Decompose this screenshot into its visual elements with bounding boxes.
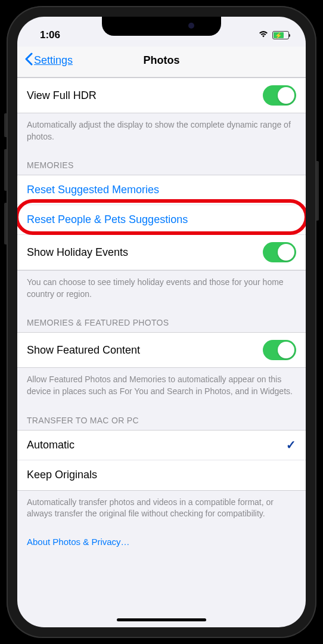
view-full-hdr-toggle[interactable]	[263, 85, 296, 106]
reset-suggested-memories-label: Reset Suggested Memories	[27, 184, 159, 196]
transfer-footer: Automatically transfer photos and videos…	[17, 491, 306, 524]
battery-icon: ⚡	[272, 31, 289, 39]
transfer-automatic-cell[interactable]: Automatic ✓	[17, 431, 306, 460]
hdr-group: View Full HDR	[17, 78, 306, 113]
reset-people-pets-label: Reset People & Pets Suggestions	[27, 213, 188, 226]
screen: 1:06 ⚡ Settings Photos	[17, 17, 306, 627]
featured-group: Show Featured Content	[17, 332, 306, 368]
show-holiday-events-toggle[interactable]	[263, 242, 296, 262]
reset-suggested-memories-cell[interactable]: Reset Suggested Memories	[17, 175, 306, 205]
transfer-header: TRANSFER TO MAC OR PC	[17, 401, 306, 430]
chevron-left-icon	[24, 52, 33, 69]
checkmark-icon: ✓	[286, 438, 296, 452]
view-full-hdr-label: View Full HDR	[27, 89, 97, 102]
phone-volume-down	[4, 203, 7, 244]
transfer-group: Automatic ✓ Keep Originals	[17, 430, 306, 491]
show-holiday-events-label: Show Holiday Events	[27, 246, 128, 259]
memories-group: Reset Suggested Memories Reset People & …	[17, 175, 306, 271]
show-holiday-events-cell[interactable]: Show Holiday Events	[17, 235, 306, 270]
memories-header: MEMORIES	[17, 146, 306, 175]
phone-power-button	[316, 161, 319, 221]
view-full-hdr-cell[interactable]: View Full HDR	[17, 78, 306, 113]
front-camera	[188, 23, 194, 29]
show-featured-content-cell[interactable]: Show Featured Content	[17, 333, 306, 367]
phone-frame: 1:06 ⚡ Settings Photos	[7, 6, 316, 638]
notch	[102, 17, 221, 36]
phone-mute-switch	[4, 113, 7, 137]
about-photos-privacy-link[interactable]: About Photos & Privacy…	[17, 524, 306, 556]
home-indicator[interactable]	[117, 618, 206, 621]
phone-volume-up	[4, 149, 7, 191]
wifi-icon	[258, 29, 269, 41]
page-title: Photos	[144, 54, 180, 67]
charging-bolt-icon: ⚡	[275, 32, 282, 39]
transfer-automatic-label: Automatic	[27, 439, 74, 451]
transfer-keep-originals-cell[interactable]: Keep Originals	[17, 460, 306, 490]
back-label: Settings	[34, 54, 73, 67]
show-featured-content-toggle[interactable]	[263, 340, 296, 360]
navigation-bar: Settings Photos	[17, 47, 306, 78]
back-button[interactable]: Settings	[24, 52, 73, 69]
transfer-keep-originals-label: Keep Originals	[27, 469, 97, 481]
hdr-footer: Automatically adjust the display to show…	[17, 113, 306, 146]
show-featured-content-label: Show Featured Content	[27, 344, 140, 357]
content-scroll[interactable]: View Full HDR Automatically adjust the d…	[17, 78, 306, 620]
reset-people-pets-cell[interactable]: Reset People & Pets Suggestions	[17, 205, 306, 235]
featured-footer: Allow Featured Photos and Memories to au…	[17, 368, 306, 401]
memories-footer: You can choose to see timely holiday eve…	[17, 271, 306, 304]
featured-header: MEMORIES & FEATURED PHOTOS	[17, 304, 306, 332]
